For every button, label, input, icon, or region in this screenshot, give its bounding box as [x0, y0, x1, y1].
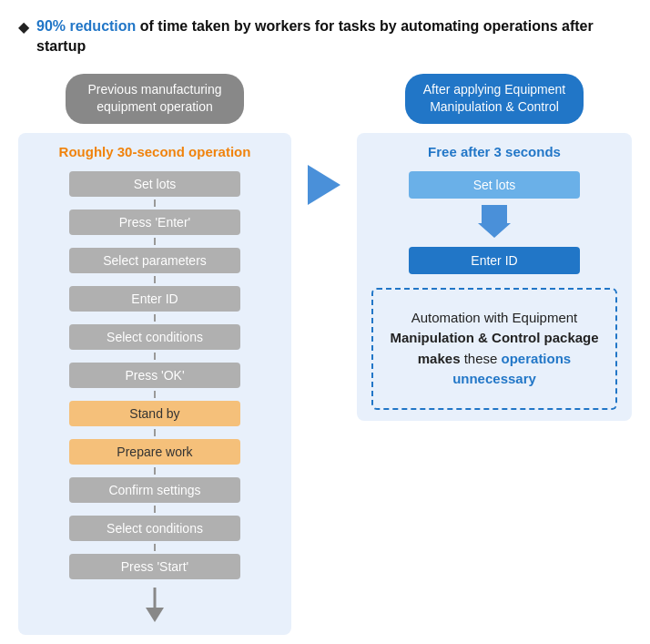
down-arrow-container: [33, 588, 277, 624]
step-button: Confirm settings: [69, 477, 240, 503]
step-list: Set lotsPress 'Enter'Select parametersEn…: [33, 169, 277, 582]
step-item: Enter ID: [33, 276, 277, 314]
left-header: Previous manufacturingequipment operatio…: [66, 74, 243, 124]
left-box: Roughly 30-second operation Set lotsPres…: [18, 133, 291, 635]
step-item: Select conditions: [33, 314, 277, 353]
step-item: Prepare work: [33, 429, 277, 467]
step-connector: [154, 353, 156, 360]
step-connector: [154, 199, 156, 207]
down-arrow-icon: [142, 588, 168, 624]
step-button: Press 'Enter': [69, 210, 240, 235]
step-button: Press 'Start': [69, 554, 240, 579]
step-button: Set lots: [69, 171, 240, 197]
step-button: Select parameters: [69, 248, 240, 273]
step-connector: [154, 544, 156, 551]
step-item: Stand by: [33, 391, 277, 429]
right-step-button: Enter ID: [409, 247, 580, 274]
header-section: ◆ 90% reduction of time taken by workers…: [18, 16, 632, 57]
step-item: Press 'OK': [33, 353, 277, 391]
step-item: Press 'Start': [33, 544, 277, 582]
step-connector: [154, 238, 156, 245]
middle-arrow: [306, 74, 342, 205]
down-arrow-blue-icon: [478, 205, 511, 240]
step-connector: [154, 467, 156, 475]
automation-text2: these: [461, 351, 502, 366]
step-button: Stand by: [69, 401, 240, 426]
step-item: Select parameters: [33, 238, 277, 276]
diamond-icon: ◆: [18, 18, 29, 36]
columns: Previous manufacturingequipment operatio…: [18, 74, 632, 644]
step-button: Enter ID: [69, 286, 240, 312]
automation-box: Automation with Equipment Manipulation &…: [371, 288, 617, 410]
right-step-button: Set lots: [409, 171, 580, 199]
step-connector: [154, 314, 156, 322]
automation-text1: Automation with Equipment: [411, 310, 578, 325]
step-item: Press 'Enter': [33, 199, 277, 238]
step-connector: [154, 276, 156, 283]
step-button: Select conditions: [69, 516, 240, 541]
step-item: Confirm settings: [33, 467, 277, 506]
right-header: After applying EquipmentManipulation & C…: [405, 74, 584, 124]
left-column: Previous manufacturingequipment operatio…: [18, 74, 291, 644]
step-button: Press 'OK': [69, 363, 240, 388]
svg-marker-1: [146, 608, 164, 622]
svg-marker-2: [478, 205, 511, 238]
header-highlight: 90% reduction: [36, 18, 136, 34]
roughly-label: Roughly 30-second operation: [33, 144, 277, 159]
right-box: Free after 3 seconds Set lots Enter ID A…: [357, 133, 632, 421]
step-item: Select conditions: [33, 506, 277, 544]
step-item: Set lots: [33, 169, 277, 199]
right-column: After applying EquipmentManipulation & C…: [357, 74, 632, 421]
step-connector: [154, 391, 156, 398]
step-connector: [154, 429, 156, 436]
step-button: Prepare work: [69, 439, 240, 465]
step-connector: [154, 506, 156, 513]
free-label: Free after 3 seconds: [371, 144, 617, 159]
right-steps: Set lots Enter ID: [371, 169, 617, 277]
step-button: Select conditions: [69, 324, 240, 350]
header-text: 90% reduction of time taken by workers f…: [36, 16, 632, 57]
right-triangle-icon: [308, 165, 340, 205]
